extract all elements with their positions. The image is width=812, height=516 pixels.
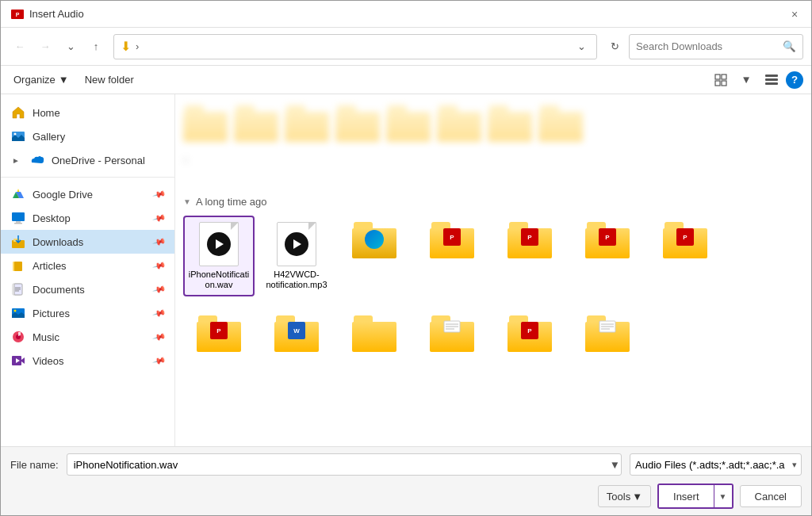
sidebar-item-downloads[interactable]: Downloads 📌 [1, 230, 174, 254]
search-button[interactable]: 🔍 [783, 40, 796, 52]
details-view-button[interactable] [760, 69, 783, 91]
svg-rect-16 [14, 223, 22, 224]
svg-rect-7 [765, 78, 778, 81]
files-grid: iPhoneNotification.wav H42VWCD-notificat… [183, 216, 803, 296]
cancel-button[interactable]: Cancel [740, 485, 802, 507]
files-grid-row2: P W [183, 309, 803, 358]
tools-button[interactable]: Tools ▼ [598, 485, 651, 507]
file-item-iphone-wav[interactable]: iPhoneNotification.wav [183, 216, 255, 296]
section-header: ▼ A long time ago [183, 196, 803, 208]
articles-icon [10, 258, 26, 273]
file-type-select[interactable]: Audio Files (*.adts;*.adt;*.aac;*.a All … [630, 453, 802, 476]
app-icon: P [10, 7, 25, 21]
svg-rect-4 [715, 81, 720, 86]
forward-button[interactable]: → [34, 36, 56, 58]
audio-file-icon-wav [197, 222, 241, 266]
section-label: A long time ago [196, 196, 267, 208]
file-name-input[interactable] [67, 453, 622, 476]
search-input[interactable] [636, 40, 783, 52]
sidebar-item-music[interactable]: Music 📌 [1, 325, 174, 349]
insert-button[interactable]: Insert [659, 485, 714, 507]
file-name-label: File name: [10, 459, 59, 471]
address-input[interactable]: Downloads [142, 40, 573, 52]
pin-icon-pictures: 📌 [152, 306, 167, 320]
sidebar-item-pictures[interactable]: Pictures 📌 [1, 301, 174, 325]
desktop-icon [10, 210, 26, 226]
toolbar: Organize ▼ New folder ▼ [1, 66, 811, 94]
svg-rect-6 [765, 75, 778, 77]
file-item-r2-docs2[interactable] [572, 309, 643, 358]
audio-file-icon-mp3 [274, 222, 319, 266]
file-area: a ▼ A long time ago iP [175, 94, 811, 446]
sidebar-label-videos: Videos [33, 355, 147, 367]
refresh-button[interactable]: ↻ [603, 36, 626, 58]
svg-rect-20 [14, 262, 22, 271]
toolbar-right: ▼ ? [710, 69, 803, 91]
file-item-r2-ppt1[interactable]: P [183, 309, 255, 358]
file-item-folder-ppt1[interactable]: P [416, 216, 488, 296]
address-dropdown-button[interactable]: ⌄ [573, 38, 590, 55]
blurred-folder-5 [386, 105, 431, 142]
file-item-folder-ppt4[interactable]: P [649, 216, 721, 296]
pin-icon-articles: 📌 [152, 258, 167, 273]
svg-rect-3 [722, 75, 726, 79]
up-button[interactable]: ↑ [85, 36, 107, 58]
sidebar-item-desktop[interactable]: Desktop 📌 [1, 206, 174, 230]
back-button[interactable]: ← [9, 36, 31, 58]
sidebar-item-home[interactable]: Home [1, 101, 174, 124]
file-item-folder-ppt3[interactable]: P [572, 216, 643, 296]
sidebar-item-google-drive[interactable]: Google Drive 📌 [1, 182, 174, 206]
view-button[interactable] [710, 69, 732, 91]
organize-button[interactable]: Organize ▼ [9, 71, 74, 88]
sidebar-item-articles[interactable]: Articles 📌 [1, 254, 174, 277]
help-button[interactable]: ? [786, 71, 803, 89]
file-item-r2-word1[interactable]: W [261, 309, 332, 358]
videos-icon [10, 353, 26, 369]
downloads-icon [10, 234, 26, 250]
sidebar-item-gallery[interactable]: Gallery [1, 124, 174, 148]
onedrive-expand[interactable]: ► [10, 155, 21, 166]
music-icon [10, 329, 26, 345]
sidebar-item-onedrive[interactable]: ► OneDrive - Personal [1, 148, 174, 172]
pin-icon-desktop: 📌 [152, 211, 167, 225]
r2-plain-folder-1 [352, 315, 396, 352]
close-button[interactable]: × [787, 7, 802, 21]
sidebar-label-music: Music [33, 331, 147, 343]
bottom-actions: Tools ▼ Insert ▼ Cancel [10, 484, 802, 509]
blurred-folder-8 [538, 105, 583, 142]
file-item-h42vwcd-mp3[interactable]: H42VWCD-notification.mp3 [261, 216, 332, 296]
blurred-text: a [183, 155, 188, 180]
ppt-folder-icon-3: P [585, 222, 630, 258]
file-label-wav: iPhoneNotification.wav [188, 269, 250, 290]
blurred-folder-6 [437, 105, 481, 142]
sidebar-item-documents[interactable]: Documents 📌 [1, 277, 174, 301]
file-item-folder-ppt2[interactable]: P [494, 216, 565, 296]
svg-rect-15 [16, 221, 21, 223]
svg-rect-14 [12, 212, 25, 221]
sidebar-item-videos[interactable]: Videos 📌 [1, 349, 174, 373]
dialog-title: Insert Audio [29, 8, 787, 20]
pin-icon-music: 📌 [152, 330, 167, 344]
ppt-folder-icon-4: P [663, 222, 707, 258]
view-dropdown-button[interactable]: ▼ [735, 69, 757, 91]
bottom-bar: File name: ▼ Audio Files (*.adts;*.adt;*… [1, 446, 811, 515]
pin-icon-google-drive: 📌 [152, 187, 167, 201]
svg-rect-8 [765, 82, 778, 85]
file-name-dropdown-button[interactable]: ▼ [610, 459, 620, 471]
svg-point-27 [14, 310, 17, 312]
insert-dropdown-button[interactable]: ▼ [714, 485, 732, 507]
file-item-r2-ppt2[interactable]: P [494, 309, 565, 358]
r2-docs-folder-2 [585, 315, 630, 352]
sidebar-label-home: Home [33, 107, 165, 119]
file-type-wrap: Audio Files (*.adts;*.adt;*.aac;*.a All … [630, 453, 802, 476]
section-chevron[interactable]: ▼ [183, 197, 191, 206]
sidebar-label-documents: Documents [33, 284, 147, 296]
recent-locations-button[interactable]: ⌄ [59, 36, 82, 58]
new-folder-button[interactable]: New folder [80, 71, 139, 88]
file-item-r2-plain1[interactable] [339, 309, 410, 358]
title-bar-controls: × [787, 7, 802, 21]
file-item-edge-folder[interactable] [339, 216, 410, 296]
blurred-folder-4 [335, 105, 380, 142]
file-item-r2-docs1[interactable] [416, 309, 488, 358]
search-box: 🔍 [629, 34, 803, 59]
